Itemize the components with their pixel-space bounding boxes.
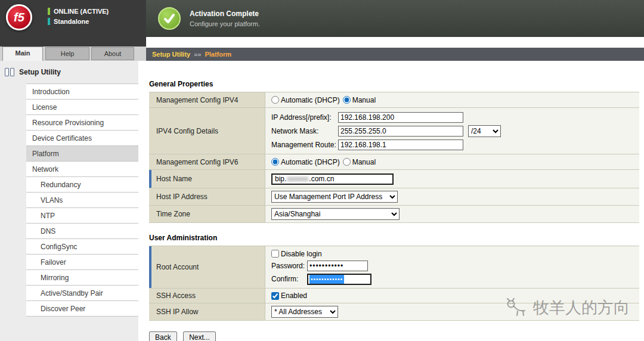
sidebar-item-license[interactable]: License xyxy=(26,100,138,115)
row-time-zone: Time Zone Asia/Shanghai xyxy=(149,206,639,223)
root-account-label: Root Account xyxy=(149,246,265,288)
sidebar-item-label: Platform xyxy=(32,150,59,158)
sidebar-item-label: Introduction xyxy=(32,88,70,96)
sidebar-item-active-standby-pair[interactable]: Active/Standby Pair xyxy=(26,286,138,301)
ssh-access-label: SSH Access xyxy=(149,289,265,303)
sidebar-item-label: NTP xyxy=(41,212,55,220)
top-left-panel: f5 ONLINE (ACTIVE) Standalone xyxy=(0,0,146,46)
management-route-input[interactable] xyxy=(338,140,463,150)
row-ssh-ip-allow: SSH IP Allow * All Addresses xyxy=(149,303,639,321)
row-root-account: Root Account Disable login Password: Con… xyxy=(149,246,639,289)
sidebar-item-ntp[interactable]: NTP xyxy=(26,208,138,224)
ipv6-manual-option[interactable]: Manual xyxy=(343,158,376,166)
host-ip-label: Host IP Address xyxy=(149,188,265,205)
ssh-enabled-checkbox[interactable] xyxy=(271,292,279,300)
disable-login-checkbox[interactable] xyxy=(271,250,279,258)
sidebar-item-network[interactable]: Network xyxy=(26,162,138,177)
confirm-selected-text: •••••••••••• xyxy=(309,275,344,284)
status-line-online: ONLINE (ACTIVE) xyxy=(48,6,109,16)
ipv6-automatic-option[interactable]: Automatic (DHCP) xyxy=(271,158,340,166)
sidebar-item-label: Resource Provisioning xyxy=(32,119,104,127)
ipv4-details-label: IPV4 Config Details xyxy=(149,108,265,154)
tab-about[interactable]: About xyxy=(91,47,134,60)
banner-text: Activation Complete Configure your platf… xyxy=(190,10,260,27)
ipv4-automatic-radio[interactable] xyxy=(271,96,279,104)
sidebar-item-label: Active/Standby Pair xyxy=(41,289,103,297)
row-host-name: Host Name bip.xxxxxx.com.cn xyxy=(149,170,639,188)
sidebar-item-vlans[interactable]: VLANs xyxy=(26,193,138,208)
ipv4-details-value: IP Address[/prefix]: Network Mask: /24 M… xyxy=(265,108,639,154)
sidebar-item-redundancy[interactable]: Redundancy xyxy=(26,177,138,193)
breadcrumb-separator: »» xyxy=(194,51,201,58)
general-properties-title: General Properties xyxy=(149,80,639,88)
confirm-line: Confirm: •••••••••••• xyxy=(271,274,371,285)
tab-help[interactable]: Help xyxy=(45,47,89,60)
ssh-ip-allow-label: SSH IP Allow xyxy=(149,303,265,320)
sidebar-item-label: ConfigSync xyxy=(41,243,77,251)
sidebar-item-configsync[interactable]: ConfigSync xyxy=(26,239,138,255)
f5-logo-text: f5 xyxy=(14,11,24,24)
sidebar-item-device-certificates[interactable]: Device Certificates xyxy=(26,131,138,146)
host-name-label: Host Name xyxy=(149,170,265,188)
disable-login-option[interactable]: Disable login xyxy=(271,250,322,258)
sidebar-item-mirroring[interactable]: Mirroring xyxy=(26,270,138,286)
confirm-password-input[interactable]: •••••••••••• xyxy=(307,274,371,285)
ip-address-label: IP Address[/prefix]: xyxy=(271,113,338,122)
root-account-value: Disable login Password: Confirm: •••••••… xyxy=(265,246,639,288)
sidebar-item-resource-provisioning[interactable]: Resource Provisioning xyxy=(26,115,138,131)
network-mask-line: Network Mask: /24 xyxy=(271,125,501,137)
sidebar-item-label: VLANs xyxy=(41,196,63,204)
device-status: ONLINE (ACTIVE) Standalone xyxy=(48,6,109,26)
mgmt-ipv4-label: Management Config IPV4 xyxy=(149,92,265,107)
sidebar-item-label: Redundancy xyxy=(41,181,80,189)
row-management-config-ipv4: Management Config IPV4 Automatic (DHCP) … xyxy=(149,92,639,108)
ssh-enabled-option[interactable]: Enabled xyxy=(271,292,307,300)
banner-subtitle: Configure your platform. xyxy=(190,20,260,27)
tab-strip: Main Help About xyxy=(0,46,146,61)
banner-title: Activation Complete xyxy=(190,10,260,18)
ip-address-line: IP Address[/prefix]: xyxy=(271,112,463,123)
ipv4-manual-option[interactable]: Manual xyxy=(343,96,376,104)
user-administration-table: Root Account Disable login Password: Con… xyxy=(149,246,639,321)
breadcrumb: Setup Utility»»Platform xyxy=(146,48,644,61)
network-mask-input[interactable] xyxy=(338,126,463,137)
mgmt-ipv6-label: Management Config IPV6 xyxy=(149,154,265,169)
ipv6-automatic-radio[interactable] xyxy=(271,158,279,166)
breadcrumb-platform: Platform xyxy=(205,51,231,58)
success-check-icon xyxy=(158,7,181,30)
back-button[interactable]: Back xyxy=(149,331,177,341)
prefix-select[interactable]: /24 xyxy=(468,125,501,137)
general-properties-table: Management Config IPV4 Automatic (DHCP) … xyxy=(149,92,639,223)
management-route-line: Management Route: xyxy=(271,140,463,150)
f5-logo[interactable]: f5 xyxy=(6,4,32,30)
host-ip-select[interactable]: Use Management Port IP Address xyxy=(271,191,398,203)
sidebar-header: Setup Utility xyxy=(0,61,138,82)
sidebar-item-discover-peer[interactable]: Discover Peer xyxy=(26,301,138,317)
sidebar-item-introduction[interactable]: Introduction xyxy=(26,84,138,100)
footer-buttons: Back Next... xyxy=(149,331,639,341)
ssh-ip-allow-value: * All Addresses xyxy=(265,303,639,320)
sidebar-item-label: DNS xyxy=(41,227,55,235)
tab-main[interactable]: Main xyxy=(2,46,43,61)
ipv4-automatic-option[interactable]: Automatic (DHCP) xyxy=(271,96,340,104)
time-zone-select[interactable]: Asia/Shanghai xyxy=(271,208,400,220)
ip-address-input[interactable] xyxy=(338,112,463,123)
setup-utility-icon xyxy=(5,68,14,76)
status-online-label: ONLINE (ACTIVE) xyxy=(54,8,109,15)
mgmt-ipv4-value: Automatic (DHCP) Manual xyxy=(265,92,639,107)
password-input[interactable] xyxy=(307,261,368,271)
breadcrumb-setup-utility[interactable]: Setup Utility xyxy=(152,51,190,58)
confirm-label: Confirm: xyxy=(271,275,307,283)
sidebar-item-failover[interactable]: Failover xyxy=(26,255,138,270)
user-administration-title: User Administration xyxy=(149,234,639,242)
time-zone-value: Asia/Shanghai xyxy=(265,206,639,222)
sidebar-item-dns[interactable]: DNS xyxy=(26,224,138,239)
ipv4-manual-radio[interactable] xyxy=(343,96,351,104)
standalone-status-icon xyxy=(48,18,50,25)
sidebar-item-platform[interactable]: Platform xyxy=(26,146,138,162)
ssh-ip-allow-select[interactable]: * All Addresses xyxy=(271,306,338,318)
host-name-value: bip.xxxxxx.com.cn xyxy=(265,170,639,188)
host-name-input[interactable]: bip.xxxxxx.com.cn xyxy=(271,173,394,185)
ipv6-manual-radio[interactable] xyxy=(343,158,351,166)
next-button[interactable]: Next... xyxy=(183,331,216,341)
